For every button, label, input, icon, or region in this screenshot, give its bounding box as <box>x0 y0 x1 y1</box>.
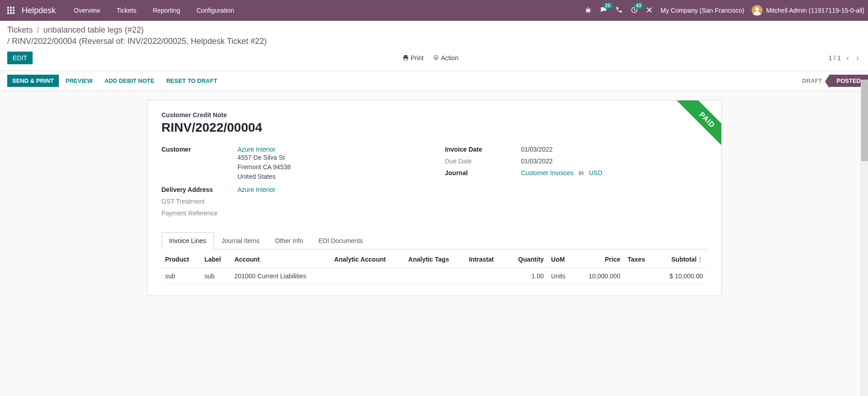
th-quantity[interactable]: Quantity <box>506 251 547 268</box>
pager: 1 / 1 ‹ › <box>829 53 861 63</box>
currency-link[interactable]: USD <box>589 169 603 177</box>
messages-icon[interactable]: 25 <box>600 6 607 15</box>
kebab-icon[interactable]: ⋮ <box>697 256 703 263</box>
avatar <box>752 5 762 16</box>
doc-type: Customer Credit Note <box>162 111 707 119</box>
print-button[interactable]: Print <box>403 54 424 62</box>
customer-label: Customer <box>162 146 238 181</box>
customer-link[interactable]: Azure Interior <box>238 146 276 153</box>
edit-button[interactable]: EDIT <box>7 52 33 64</box>
th-uom[interactable]: UoM <box>547 251 575 268</box>
due-date-label: Due Date <box>445 157 521 165</box>
phone-icon[interactable] <box>615 6 623 15</box>
nav-reporting[interactable]: Reporting <box>145 1 187 19</box>
table-row[interactable]: sub sub 201000 Current Liabilities 1.00 … <box>162 268 707 285</box>
status-bar: SEND & PRINT PREVIEW ADD DEBIT NOTE RESE… <box>0 71 868 91</box>
messages-badge: 25 <box>603 3 613 9</box>
status-step-draft[interactable]: DRAFT <box>795 75 829 87</box>
activities-icon[interactable]: 43 <box>631 6 638 15</box>
th-product[interactable]: Product <box>162 251 201 268</box>
print-icon <box>403 55 409 61</box>
th-taxes[interactable]: Taxes <box>624 251 655 268</box>
th-analytic-tags[interactable]: Analytic Tags <box>405 251 465 268</box>
company-switcher[interactable]: My Company (San Francisco) <box>661 7 744 14</box>
scroll-thumb[interactable] <box>861 80 868 161</box>
breadcrumb: Tickets / unbalanced table legs (#22) <box>0 21 868 37</box>
breadcrumb-ticket[interactable]: unbalanced table legs (#22) <box>43 25 144 34</box>
user-name: Mitchell Admin (11917119-15-0-all) <box>766 7 864 14</box>
journal-label: Journal <box>445 169 521 177</box>
action-button[interactable]: Action <box>433 54 459 62</box>
user-menu[interactable]: Mitchell Admin (11917119-15-0-all) <box>752 5 864 16</box>
svg-point-2 <box>755 7 759 11</box>
nav-overview[interactable]: Overview <box>67 1 107 19</box>
pager-prev[interactable]: ‹ <box>844 53 851 63</box>
preview-button[interactable]: PREVIEW <box>61 75 98 87</box>
due-date-value: 01/03/2022 <box>521 157 553 165</box>
bug-icon[interactable] <box>585 6 592 15</box>
tabs: Invoice Lines Journal Items Other Info E… <box>162 232 707 249</box>
breadcrumb-root[interactable]: Tickets <box>7 25 33 34</box>
gst-label: GST Treatment <box>162 198 238 205</box>
th-subtotal[interactable]: Subtotal⋮ <box>655 251 707 268</box>
customer-addr1: 4557 De Silva St <box>238 153 291 162</box>
breadcrumb-current: / RINV/2022/00004 (Reversal of: INV/2022… <box>0 37 868 49</box>
th-label[interactable]: Label <box>201 251 230 268</box>
invoice-lines-table: Product Label Account Analytic Account A… <box>162 251 707 285</box>
svg-rect-5 <box>404 58 407 60</box>
close-icon[interactable] <box>646 7 652 14</box>
svg-point-6 <box>435 57 437 59</box>
journal-link[interactable]: Customer Invoices <box>521 169 574 177</box>
nav-tickets[interactable]: Tickets <box>109 1 144 19</box>
apps-icon[interactable] <box>4 3 18 18</box>
customer-addr3: United States <box>238 172 291 181</box>
svg-rect-3 <box>404 55 407 57</box>
th-account[interactable]: Account <box>231 251 331 268</box>
control-bar: EDIT Print Action 1 / 1 ‹ › <box>0 49 868 71</box>
pager-next[interactable]: › <box>854 53 861 63</box>
form-sheet: PAID Customer Credit Note RINV/2022/0000… <box>147 100 722 296</box>
activities-badge: 43 <box>634 3 643 9</box>
invoice-date-value: 01/03/2022 <box>521 146 553 153</box>
payref-label: Payment Reference <box>162 210 238 217</box>
reset-draft-button[interactable]: RESET TO DRAFT <box>161 75 222 87</box>
tab-invoice-lines[interactable]: Invoice Lines <box>162 232 214 249</box>
send-print-button[interactable]: SEND & PRINT <box>7 75 59 87</box>
tab-edi-documents[interactable]: EDI Documents <box>311 232 371 249</box>
brand[interactable]: Helpdesk <box>22 6 56 15</box>
nav-configuration[interactable]: Configuration <box>189 1 241 19</box>
tab-journal-items[interactable]: Journal Items <box>214 232 267 249</box>
tab-other-info[interactable]: Other Info <box>267 232 311 249</box>
customer-addr2: Fremont CA 94538 <box>238 162 291 172</box>
th-price[interactable]: Price <box>575 251 624 268</box>
doc-title: RINV/2022/00004 <box>162 120 707 135</box>
scrollbar[interactable] <box>861 80 868 305</box>
add-debit-button[interactable]: ADD DEBIT NOTE <box>100 75 160 87</box>
topbar: Helpdesk Overview Tickets Reporting Conf… <box>0 0 868 21</box>
th-analytic-account[interactable]: Analytic Account <box>331 251 405 268</box>
th-intrastat[interactable]: Intrastat <box>465 251 506 268</box>
pager-value: 1 / 1 <box>829 54 841 62</box>
delivery-label: Delivery Address <box>162 186 238 193</box>
invoice-date-label: Invoice Date <box>445 146 521 153</box>
delivery-link[interactable]: Azure Interior <box>238 186 276 193</box>
breadcrumb-current-text: RINV/2022/00004 (Reversal of: INV/2022/0… <box>12 37 267 46</box>
gear-icon <box>433 55 439 61</box>
